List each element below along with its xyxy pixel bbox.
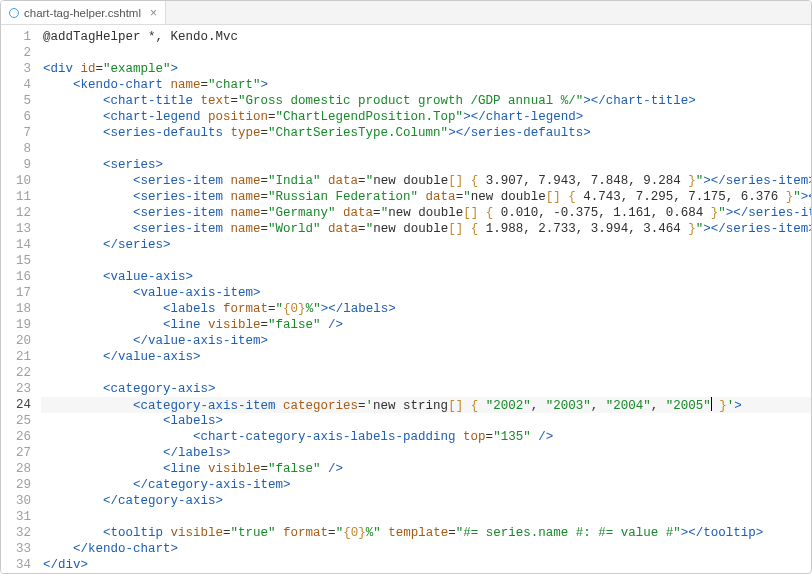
- code-line[interactable]: [41, 253, 811, 269]
- line-number: 1: [1, 29, 31, 45]
- code-line[interactable]: <div id="example">: [41, 61, 811, 77]
- code-line[interactable]: @addTagHelper *, Kendo.Mvc: [41, 29, 811, 45]
- line-number: 7: [1, 125, 31, 141]
- code-line[interactable]: <line visible="false" />: [41, 461, 811, 477]
- tab-bar: chart-tag-helper.cshtml ×: [1, 1, 811, 25]
- close-icon[interactable]: ×: [146, 6, 157, 20]
- code-line[interactable]: <labels>: [41, 413, 811, 429]
- line-number: 28: [1, 461, 31, 477]
- code-line[interactable]: </category-axis>: [41, 493, 811, 509]
- line-number: 27: [1, 445, 31, 461]
- line-number: 16: [1, 269, 31, 285]
- line-number: 32: [1, 525, 31, 541]
- editor: 1234567891011121314151617181920212223242…: [1, 25, 811, 573]
- line-number: 2: [1, 45, 31, 61]
- code-line[interactable]: [41, 365, 811, 381]
- line-number: 23: [1, 381, 31, 397]
- code-line[interactable]: [41, 45, 811, 61]
- code-line[interactable]: <tooltip visible="true" format="{0}%" te…: [41, 525, 811, 541]
- line-number: 21: [1, 349, 31, 365]
- code-line[interactable]: [41, 509, 811, 525]
- line-number: 3: [1, 61, 31, 77]
- code-line[interactable]: <kendo-chart name="chart">: [41, 77, 811, 93]
- code-line[interactable]: <chart-category-axis-labels-padding top=…: [41, 429, 811, 445]
- code-line[interactable]: <series-item name="Germany" data="new do…: [41, 205, 811, 221]
- code-line[interactable]: <line visible="false" />: [41, 317, 811, 333]
- line-number: 14: [1, 237, 31, 253]
- code-line[interactable]: </category-axis-item>: [41, 477, 811, 493]
- code-line[interactable]: </kendo-chart>: [41, 541, 811, 557]
- line-number: 34: [1, 557, 31, 573]
- code-line[interactable]: <category-axis-item categories='new stri…: [41, 397, 811, 413]
- code-line[interactable]: </div>: [41, 557, 811, 573]
- line-number: 6: [1, 109, 31, 125]
- code-line[interactable]: [41, 141, 811, 157]
- line-number: 22: [1, 365, 31, 381]
- line-number: 4: [1, 77, 31, 93]
- line-number: 18: [1, 301, 31, 317]
- line-number: 10: [1, 173, 31, 189]
- code-area[interactable]: @addTagHelper *, Kendo.Mvc <div id="exam…: [41, 25, 811, 573]
- line-number: 12: [1, 205, 31, 221]
- line-number: 15: [1, 253, 31, 269]
- code-line[interactable]: <series>: [41, 157, 811, 173]
- code-line[interactable]: </value-axis>: [41, 349, 811, 365]
- code-line[interactable]: <value-axis>: [41, 269, 811, 285]
- code-line[interactable]: </value-axis-item>: [41, 333, 811, 349]
- code-line[interactable]: <chart-title text="Gross domestic produc…: [41, 93, 811, 109]
- line-number: 5: [1, 93, 31, 109]
- line-number: 33: [1, 541, 31, 557]
- code-line[interactable]: <value-axis-item>: [41, 285, 811, 301]
- line-number: 30: [1, 493, 31, 509]
- code-line[interactable]: <category-axis>: [41, 381, 811, 397]
- file-type-icon: [9, 8, 19, 18]
- code-line[interactable]: <series-item name="India" data="new doub…: [41, 173, 811, 189]
- line-number: 31: [1, 509, 31, 525]
- tab-filename: chart-tag-helper.cshtml: [24, 7, 141, 19]
- code-line[interactable]: <series-item name="Russian Federation" d…: [41, 189, 811, 205]
- code-line[interactable]: </series>: [41, 237, 811, 253]
- line-number: 25: [1, 413, 31, 429]
- line-number: 8: [1, 141, 31, 157]
- line-number: 17: [1, 285, 31, 301]
- line-number: 24: [1, 397, 31, 413]
- line-number: 29: [1, 477, 31, 493]
- code-line[interactable]: </labels>: [41, 445, 811, 461]
- line-number: 13: [1, 221, 31, 237]
- line-number-gutter: 1234567891011121314151617181920212223242…: [1, 25, 41, 573]
- code-line[interactable]: <labels format="{0}%"></labels>: [41, 301, 811, 317]
- code-line[interactable]: <chart-legend position="ChartLegendPosit…: [41, 109, 811, 125]
- line-number: 19: [1, 317, 31, 333]
- code-line[interactable]: <series-item name="World" data="new doub…: [41, 221, 811, 237]
- line-number: 11: [1, 189, 31, 205]
- code-line[interactable]: <series-defaults type="ChartSeriesType.C…: [41, 125, 811, 141]
- editor-tab[interactable]: chart-tag-helper.cshtml ×: [1, 1, 166, 24]
- line-number: 9: [1, 157, 31, 173]
- line-number: 20: [1, 333, 31, 349]
- line-number: 26: [1, 429, 31, 445]
